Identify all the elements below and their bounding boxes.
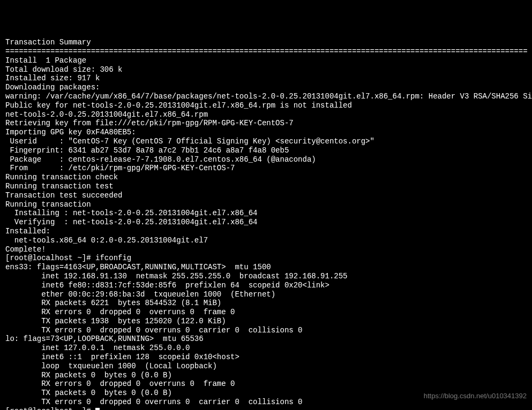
terminal-line: inet 192.168.91.130 netmask 255.255.255.… xyxy=(5,272,527,281)
terminal-line: RX packets 6221 bytes 8544532 (8.1 MiB) xyxy=(5,299,527,308)
terminal-line: Installed size: 917 k xyxy=(5,74,527,83)
terminal-line: ========================================… xyxy=(5,47,527,56)
terminal-line: Userid : "CentOS-7 Key (CentOS 7 Officia… xyxy=(5,137,527,146)
terminal-line: Running transaction xyxy=(5,200,527,209)
terminal-line: Downloading packages: xyxy=(5,83,527,92)
terminal-line: net-tools.x86_64 0:2.0-0.25.20131004git.… xyxy=(5,236,527,245)
terminal-line: net-tools-2.0-0.25.20131004git.el7.x86_6… xyxy=(5,110,527,119)
watermark-text: https://blog.csdn.net/u010341392 xyxy=(424,392,527,400)
terminal-line: Installed: xyxy=(5,227,527,236)
terminal-line: lo: flags=73<UP,LOOPBACK,RUNNING> mtu 65… xyxy=(5,335,527,344)
terminal-line: [root@localhost ~]# ifconfig xyxy=(5,254,527,263)
terminal-line: Importing GPG key 0xF4A80EB5: xyxy=(5,128,527,137)
terminal-line: Public key for net-tools-2.0-0.25.201310… xyxy=(5,101,527,110)
terminal-line: Fingerprint: 6341 ab27 53d7 8a78 a7c2 7b… xyxy=(5,146,527,155)
terminal-output: Transaction Summary=====================… xyxy=(5,38,527,407)
terminal-line: ens33: flags=4163<UP,BROADCAST,RUNNING,M… xyxy=(5,263,527,272)
terminal-line: From : /etc/pki/rpm-gpg/RPM-GPG-KEY-Cent… xyxy=(5,164,527,173)
terminal-line: warning: /var/cache/yum/x86_64/7/base/pa… xyxy=(5,92,527,101)
terminal-line: Running transaction test xyxy=(5,182,527,191)
terminal-cursor[interactable] xyxy=(95,408,100,410)
terminal-line: Transaction test succeeded xyxy=(5,191,527,200)
terminal-line: ether 00:0c:29:68:ba:3d txqueuelen 1000 … xyxy=(5,290,527,299)
terminal-line: Running transaction check xyxy=(5,173,527,182)
terminal-prompt[interactable]: [root@localhost ~]# xyxy=(5,407,95,410)
terminal-line: TX errors 0 dropped 0 overruns 0 carrier… xyxy=(5,326,527,335)
terminal-line: inet6 fe80::d831:7cf:53de:85f6 prefixlen… xyxy=(5,281,527,290)
terminal-line: Retrieving key from file:///etc/pki/rpm-… xyxy=(5,119,527,128)
terminal-line: Complete! xyxy=(5,245,527,254)
terminal-line: TX packets 1938 bytes 125020 (122.0 KiB) xyxy=(5,317,527,326)
terminal-line: Package : centos-release-7-7.1908.0.el7.… xyxy=(5,155,527,164)
terminal-line: RX errors 0 dropped 0 overruns 0 frame 0 xyxy=(5,308,527,317)
terminal-line: Installing : net-tools-2.0-0.25.20131004… xyxy=(5,209,527,218)
terminal-line: Transaction Summary xyxy=(5,38,527,47)
terminal-line: Total download size: 306 k xyxy=(5,65,527,74)
terminal-line: Verifying : net-tools-2.0-0.25.20131004g… xyxy=(5,218,527,227)
terminal-line: loop txqueuelen 1000 (Local Loopback) xyxy=(5,362,527,371)
terminal-line: Install 1 Package xyxy=(5,56,527,65)
terminal-line: RX errors 0 dropped 0 overruns 0 frame 0 xyxy=(5,379,527,389)
terminal-line: RX packets 0 bytes 0 (0.0 B) xyxy=(5,371,527,380)
terminal-line: inet6 ::1 prefixlen 128 scopeid 0x10<hos… xyxy=(5,353,527,362)
terminal-line: inet 127.0.0.1 netmask 255.0.0.0 xyxy=(5,344,527,353)
